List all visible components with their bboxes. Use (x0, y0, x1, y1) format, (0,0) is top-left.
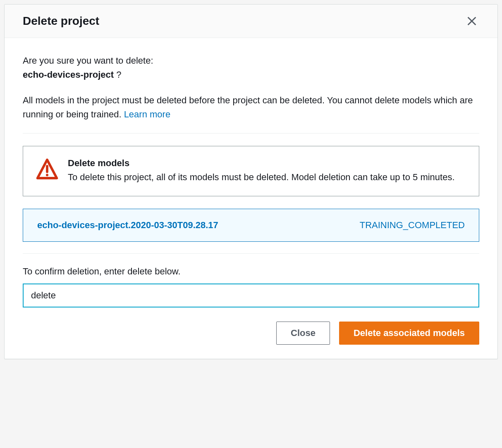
question-mark: ? (114, 69, 121, 80)
divider (23, 253, 479, 254)
learn-more-link[interactable]: Learn more (124, 109, 171, 119)
close-icon[interactable] (464, 14, 479, 29)
delete-description: All models in the project must be delete… (23, 93, 479, 122)
modal-body: Are you sure you want to delete: echo-de… (5, 38, 497, 307)
model-name-link[interactable]: echo-devices-project.2020-03-30T09.28.17 (37, 220, 218, 231)
confirm-delete-input[interactable] (23, 284, 479, 307)
modal-title: Delete project (23, 14, 99, 28)
delete-models-alert: Delete models To delete this project, al… (23, 146, 479, 196)
project-name: echo-devices-project (23, 69, 114, 80)
confirm-prompt: Are you sure you want to delete: echo-de… (23, 54, 479, 82)
alert-content: Delete models To delete this project, al… (68, 158, 466, 184)
svg-point-3 (46, 174, 48, 176)
modal-header: Delete project (5, 5, 497, 38)
alert-title: Delete models (68, 158, 466, 169)
delete-project-modal: Delete project Are you sure you want to … (4, 4, 498, 359)
alert-description: To delete this project, all of its model… (68, 170, 466, 184)
model-status: TRAINING_COMPLETED (360, 220, 465, 231)
close-button[interactable]: Close (276, 322, 330, 345)
warning-icon (36, 158, 59, 183)
description-text: All models in the project must be delete… (23, 95, 473, 119)
model-row[interactable]: echo-devices-project.2020-03-30T09.28.17… (23, 209, 479, 242)
modal-footer: Close Delete associated models (5, 307, 497, 359)
confirm-delete-label: To confirm deletion, enter delete below. (23, 266, 479, 277)
confirm-prefix: Are you sure you want to delete: (23, 55, 153, 66)
delete-associated-models-button[interactable]: Delete associated models (339, 322, 479, 345)
divider (23, 133, 479, 133)
